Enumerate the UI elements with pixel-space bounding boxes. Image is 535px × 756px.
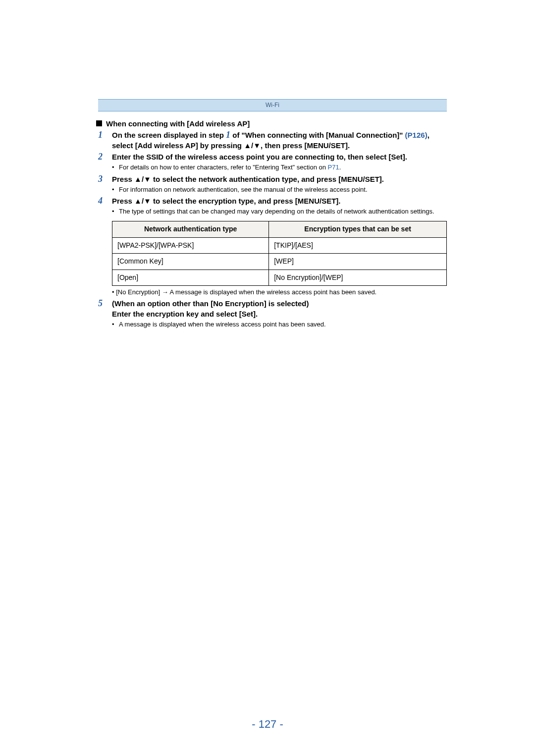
- step-5-bullet: A message is displayed when the wireless…: [112, 320, 447, 329]
- step-4-text: Press ▲/▼ to select the encryption type,…: [112, 196, 447, 206]
- table-row: [Common Key] [WEP]: [112, 254, 447, 270]
- link-p126[interactable]: (P126): [405, 131, 428, 139]
- table-header-auth-type: Network authentication type: [112, 221, 269, 238]
- table-cell: [TKIP]/[AES]: [269, 237, 447, 254]
- step-3: 3 Press ▲/▼ to select the network authen…: [98, 174, 447, 195]
- page-title: Wi-Fi: [266, 101, 279, 109]
- table-cell: [WPA2-PSK]/[WPA-PSK]: [112, 237, 269, 254]
- auth-table: Network authentication type Encryption t…: [112, 221, 447, 286]
- step-2: 2 Enter the SSID of the wireless access …: [98, 152, 447, 173]
- table-header-encryption: Encryption types that can be set: [269, 221, 447, 238]
- step-1-mid: of "When connecting with [Manual Connect…: [230, 131, 405, 139]
- step-4-bullet: The type of settings that can be changed…: [112, 207, 447, 216]
- table-row: [Open] [No Encryption]/[WEP]: [112, 270, 447, 286]
- step-5-line1: (When an option other than [No Encryptio…: [112, 298, 447, 309]
- step-number: 3: [98, 174, 105, 185]
- link-p71[interactable]: P71: [328, 163, 339, 171]
- step-1: 1 On the screen displayed in step 1 of "…: [98, 130, 447, 151]
- step-1-text: On the screen displayed in step 1 of "Wh…: [112, 131, 429, 150]
- post-table-note: [No Encryption] → A message is displayed…: [112, 288, 447, 297]
- step-number: 5: [98, 298, 105, 309]
- table-cell: [Common Key]: [112, 254, 269, 270]
- step-3-bullet: For information on network authenticatio…: [112, 185, 447, 194]
- step-2-text: Enter the SSID of the wireless access po…: [112, 152, 447, 162]
- step-1-prefix: On the screen displayed in step: [112, 131, 226, 139]
- step-number: 4: [98, 196, 105, 207]
- step-1-inline-num: 1: [226, 130, 230, 140]
- section-heading: When connecting with [Add wireless AP]: [96, 118, 447, 129]
- section-heading-text: When connecting with [Add wireless AP]: [106, 118, 250, 129]
- square-bullet-icon: [96, 120, 102, 126]
- step-5: 5 (When an option other than [No Encrypt…: [98, 298, 447, 330]
- step-number: 2: [98, 152, 105, 162]
- table-cell: [WEP]: [269, 254, 447, 270]
- page-number: - 127 -: [0, 717, 535, 732]
- table-cell: [No Encryption]/[WEP]: [269, 270, 447, 286]
- step-2-bullet: For details on how to enter characters, …: [112, 163, 447, 172]
- step-4: 4 Press ▲/▼ to select the encryption typ…: [98, 196, 447, 217]
- step-3-text: Press ▲/▼ to select the network authenti…: [112, 174, 447, 184]
- table-cell: [Open]: [112, 270, 269, 286]
- step-number: 1: [98, 130, 105, 141]
- page-header-banner: Wi-Fi: [98, 99, 447, 111]
- step-2-bullet-prefix: For details on how to enter characters, …: [119, 163, 328, 171]
- step-2-bullet-suffix: .: [339, 163, 341, 171]
- step-5-line2: Enter the encryption key and select [Set…: [112, 309, 447, 319]
- table-row: [WPA2-PSK]/[WPA-PSK] [TKIP]/[AES]: [112, 237, 447, 254]
